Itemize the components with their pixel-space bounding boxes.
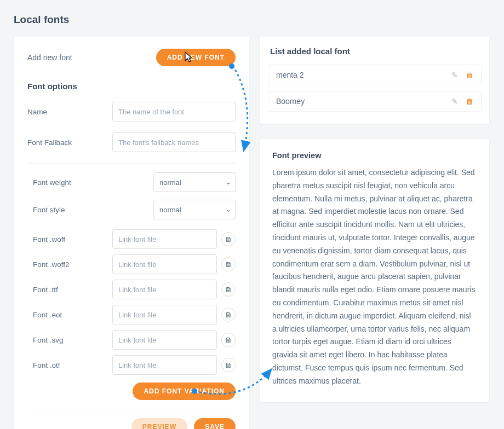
font-file-row: Font .ttf 🗎 [33, 280, 236, 299]
edit-icon[interactable]: ✎ [451, 71, 458, 79]
browse-file-button[interactable]: 🗎 [221, 232, 236, 246]
font-format-label: Font .woff [33, 235, 112, 244]
font-file-row: Font .eot 🗎 [33, 305, 236, 324]
preview-heading: Font preview [272, 151, 477, 160]
font-file-row: Font .woff2 🗎 [33, 254, 236, 274]
preview-button[interactable]: PREVIEW [131, 418, 187, 429]
font-preview-panel: Font preview Lorem ipsum dolor sit amet,… [260, 139, 489, 402]
divider [27, 409, 236, 409]
browse-file-button[interactable]: 🗎 [221, 308, 236, 322]
file-icon: 🗎 [225, 235, 232, 244]
font-format-label: Font .svg [33, 336, 112, 344]
file-icon: 🗎 [225, 286, 232, 294]
local-fonts-list-panel: List added local font menta 2 ✎ 🗑 Boorne… [260, 37, 489, 124]
browse-file-button[interactable]: 🗎 [221, 358, 236, 372]
style-label: Font style [33, 206, 112, 214]
font-file-row: Font .svg 🗎 [33, 330, 236, 350]
divider [27, 163, 236, 164]
font-format-label: Font .eot [33, 311, 112, 319]
name-label: Name [27, 108, 112, 116]
annotation-dot [192, 389, 197, 394]
edit-icon[interactable]: ✎ [451, 97, 458, 106]
font-file-row: Font .woff 🗎 [33, 229, 236, 249]
font-list-item: menta 2 ✎ 🗑 [268, 65, 482, 85]
font-file-input-ttf[interactable] [112, 280, 217, 299]
add-font-variation-button[interactable]: ADD FONT VARIATION [133, 382, 236, 400]
fallback-label: Font Fallback [27, 138, 112, 147]
font-file-input-woff[interactable] [112, 229, 217, 249]
font-list-item: Boorney ✎ 🗑 [268, 91, 482, 112]
page-title: Local fonts [14, 14, 490, 26]
add-font-label: Add new font [27, 53, 72, 62]
file-icon: 🗎 [225, 311, 232, 319]
font-item-name: menta 2 [276, 71, 304, 79]
file-icon: 🗎 [225, 361, 232, 369]
file-icon: 🗎 [225, 260, 232, 269]
font-file-row: Font .otf 🗎 [33, 355, 236, 375]
font-options-heading: Font options [27, 82, 236, 91]
browse-file-button[interactable]: 🗎 [221, 257, 236, 271]
annotation-dot [229, 63, 234, 69]
font-file-input-eot[interactable] [112, 305, 217, 324]
font-format-label: Font .ttf [33, 286, 112, 294]
name-input[interactable] [112, 102, 236, 121]
font-format-label: Font .otf [33, 361, 112, 369]
weight-label: Font weight [33, 178, 112, 187]
delete-icon[interactable]: 🗑 [466, 71, 473, 79]
style-select[interactable]: normal [153, 200, 236, 219]
save-button[interactable]: SAVE [194, 418, 236, 429]
variation-block: Font weight normal ⌄ Font style normal ⌄ [27, 172, 236, 400]
list-heading: List added local font [268, 47, 482, 56]
add-new-font-button[interactable]: ADD NEW FONT [156, 49, 236, 66]
browse-file-button[interactable]: 🗎 [221, 333, 236, 347]
preview-text: Lorem ipsum dolor sit amet, consectetur … [272, 166, 477, 388]
font-format-label: Font .woff2 [33, 260, 112, 269]
font-file-input-otf[interactable] [112, 355, 217, 375]
fallback-input[interactable] [112, 132, 236, 152]
delete-icon[interactable]: 🗑 [466, 97, 473, 106]
file-icon: 🗎 [225, 336, 232, 344]
font-file-input-woff2[interactable] [112, 254, 217, 274]
browse-file-button[interactable]: 🗎 [221, 282, 236, 297]
font-item-name: Boorney [276, 97, 305, 106]
font-file-input-svg[interactable] [112, 330, 217, 350]
weight-select[interactable]: normal [153, 172, 236, 192]
font-settings-panel: Add new font ADD NEW FONT Font options N… [14, 37, 249, 429]
